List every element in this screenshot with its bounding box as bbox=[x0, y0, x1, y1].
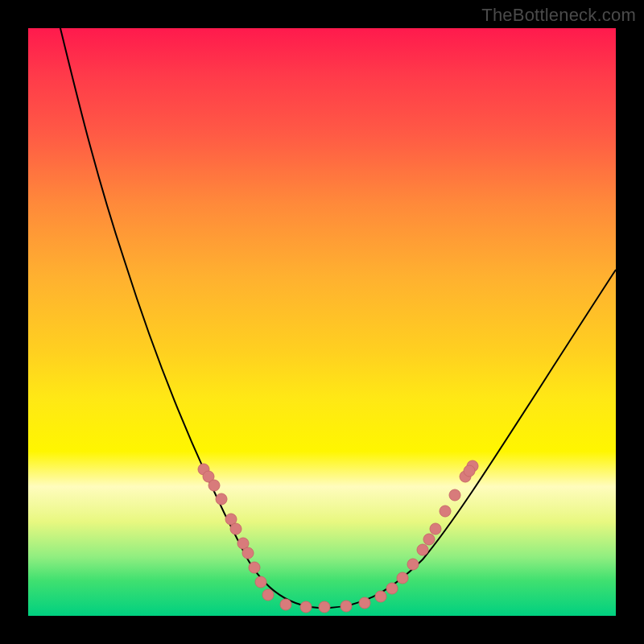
chart-overlay bbox=[28, 28, 616, 616]
marker-point bbox=[417, 544, 428, 555]
marker-point bbox=[242, 547, 254, 559]
watermark-text: TheBottleneck.com bbox=[481, 5, 636, 26]
marker-point bbox=[249, 562, 260, 573]
marker-point bbox=[208, 480, 220, 491]
marker-point bbox=[262, 589, 274, 601]
marker-point bbox=[280, 599, 291, 610]
marker-point bbox=[230, 523, 242, 535]
bottleneck-curve bbox=[56, 12, 616, 608]
marker-point bbox=[359, 597, 370, 609]
marker-point bbox=[300, 601, 312, 613]
marker-point bbox=[341, 601, 352, 612]
marker-point bbox=[449, 489, 460, 501]
marker-point bbox=[375, 591, 386, 602]
marker-point bbox=[397, 572, 408, 584]
marker-point bbox=[423, 534, 435, 545]
scatter-markers bbox=[198, 460, 478, 613]
marker-point bbox=[319, 601, 330, 613]
marker-point bbox=[430, 523, 441, 535]
marker-point bbox=[440, 506, 451, 517]
marker-point bbox=[216, 493, 227, 505]
marker-point bbox=[386, 583, 398, 594]
marker-point bbox=[407, 559, 419, 570]
marker-point bbox=[255, 576, 266, 588]
marker-point bbox=[464, 465, 475, 477]
